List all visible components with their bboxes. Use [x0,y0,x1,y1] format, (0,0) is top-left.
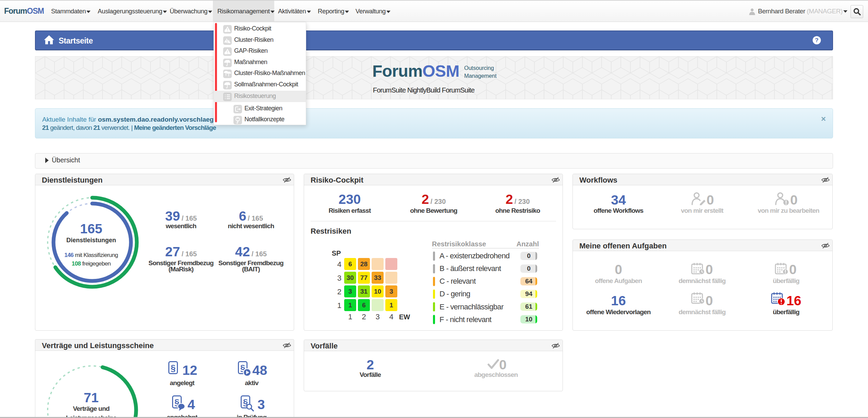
svg-text:?: ? [815,37,818,44]
